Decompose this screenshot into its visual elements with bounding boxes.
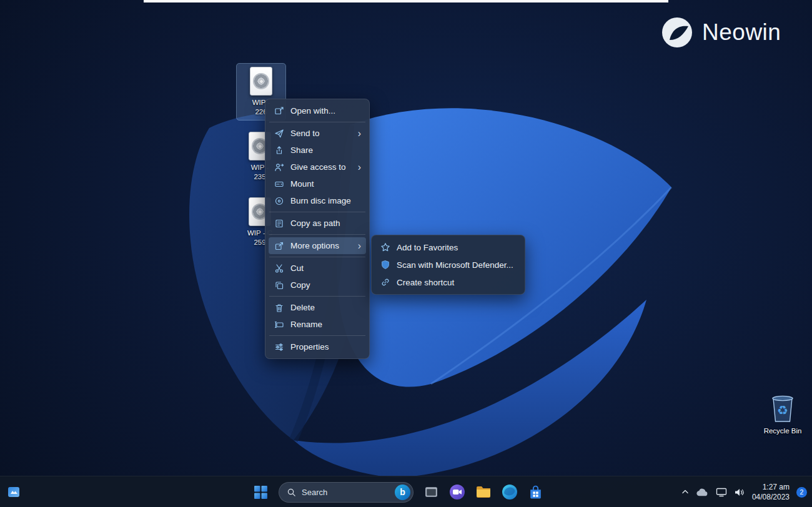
menu-item-copy[interactable]: Copy [269, 277, 366, 293]
share-icon [274, 145, 284, 155]
notification-badge[interactable]: 2 [796, 487, 807, 498]
microsoft-store-icon[interactable] [528, 485, 543, 500]
menu-item-delete[interactable]: Delete [269, 299, 366, 316]
star-icon [380, 242, 390, 253]
disc-graphic [253, 73, 269, 89]
menu-item-share[interactable]: Share [269, 142, 366, 159]
menu-item-copy-as-path[interactable]: Copy as path [269, 215, 366, 232]
clock-time: 1:27 am [752, 482, 790, 492]
clock-date: 04/08/2023 [752, 492, 790, 502]
menu-item-label: Delete [290, 303, 315, 312]
chevron-right-icon: › [358, 241, 361, 251]
menu-item-label: Mount [290, 179, 314, 189]
menu-item-label: Scan with Microsoft Defender... [397, 260, 513, 270]
properties-icon [274, 342, 284, 352]
menu-item-cut[interactable]: Cut [269, 260, 366, 277]
recycle-bin-graphic: ♻ [769, 391, 796, 424]
volume-icon[interactable] [734, 488, 745, 497]
menu-item-label: Share [290, 145, 313, 155]
submenu-item-scan-with-defender[interactable]: Scan with Microsoft Defender... [375, 256, 522, 273]
send-to-icon [274, 128, 284, 139]
onedrive-cloud-icon[interactable] [696, 488, 709, 497]
menu-item-properties[interactable]: Properties [269, 338, 366, 355]
menu-item-label: More options [290, 241, 339, 250]
recycle-bin-icon[interactable]: ♻ Recycle Bin [758, 388, 807, 439]
mount-drive-icon [274, 179, 284, 189]
chevron-right-icon: › [358, 129, 361, 139]
menu-item-label: Create shortcut [397, 278, 454, 287]
context-menu: Open with... Send to › Share Give access… [265, 99, 370, 359]
disc-image-file-icon [250, 67, 272, 96]
edge-icon[interactable] [502, 484, 518, 500]
start-button[interactable] [253, 485, 269, 500]
menu-item-label: Add to Favorites [397, 243, 458, 252]
taskbar-clock[interactable]: 1:27 am 04/08/2023 [752, 482, 790, 502]
search-icon [287, 488, 296, 497]
more-options-submenu: Add to Favorites Scan with Microsoft Def… [371, 235, 525, 295]
menu-item-mount[interactable]: Mount [269, 175, 366, 192]
give-access-icon [274, 162, 284, 172]
top-window-edge [144, 0, 668, 2]
defender-shield-icon [380, 260, 390, 270]
chat-icon[interactable] [449, 484, 465, 500]
menu-item-send-to[interactable]: Send to › [269, 125, 366, 142]
delete-trash-icon [274, 302, 284, 313]
menu-item-rename[interactable]: Rename [269, 316, 366, 333]
bing-icon: b [395, 485, 410, 500]
menu-separator [269, 122, 365, 122]
menu-item-more-options[interactable]: More options › [269, 237, 366, 254]
menu-separator [269, 212, 365, 212]
cut-icon [274, 263, 284, 273]
open-with-icon [274, 106, 284, 116]
copy-as-path-icon [274, 218, 284, 229]
submenu-item-add-to-favorites[interactable]: Add to Favorites [375, 239, 522, 256]
menu-item-label: Rename [290, 320, 322, 329]
menu-item-label: Copy [290, 280, 310, 290]
submenu-item-create-shortcut[interactable]: Create shortcut [375, 273, 522, 291]
shortcut-link-icon [380, 277, 390, 288]
windows-start-icon [253, 485, 269, 500]
menu-separator [269, 335, 365, 336]
menu-item-label: Properties [290, 342, 329, 352]
menu-separator [269, 296, 365, 297]
recycle-symbol: ♻ [777, 403, 788, 417]
taskbar-corner-icon[interactable] [7, 486, 20, 498]
menu-item-label: Cut [290, 263, 304, 273]
menu-item-label: Burn disc image [290, 196, 351, 205]
taskbar-search[interactable]: Search b [279, 482, 413, 503]
neowin-logo: Neowin [661, 16, 781, 49]
menu-item-give-access-to[interactable]: Give access to › [269, 159, 366, 175]
menu-item-label: Open with... [290, 106, 335, 116]
neowin-logo-icon [661, 16, 693, 49]
copy-icon [274, 280, 284, 290]
search-placeholder: Search [302, 488, 389, 497]
menu-separator [269, 257, 365, 257]
corner-widget-icon [7, 486, 20, 498]
window-app-icon[interactable] [423, 485, 439, 500]
burn-disc-icon [274, 195, 284, 206]
taskbar: Search b [0, 476, 812, 507]
file-explorer-icon[interactable] [475, 484, 492, 500]
more-options-icon [274, 240, 284, 251]
menu-item-label: Send to [290, 129, 320, 138]
menu-item-open-with[interactable]: Open with... [269, 102, 366, 119]
chevron-right-icon: › [358, 162, 361, 172]
neowin-logo-text: Neowin [702, 19, 781, 46]
menu-item-label: Copy as path [290, 219, 340, 228]
recycle-bin-label: Recycle Bin [764, 426, 802, 436]
menu-separator [269, 234, 365, 235]
menu-item-burn-disc-image[interactable]: Burn disc image [269, 192, 366, 209]
menu-item-label: Give access to [290, 162, 346, 172]
rename-icon [274, 319, 284, 330]
network-icon[interactable] [716, 488, 727, 497]
tray-chevron-up-icon[interactable] [681, 488, 689, 496]
